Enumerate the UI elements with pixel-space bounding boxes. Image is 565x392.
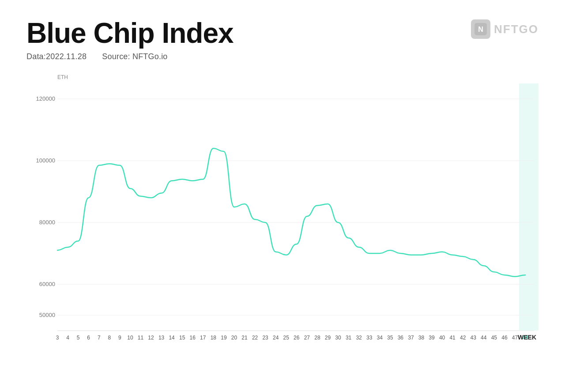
- svg-text:42: 42: [460, 335, 466, 341]
- data-date: Data:2022.11.28: [26, 52, 87, 61]
- svg-text:28: 28: [314, 335, 320, 341]
- svg-text:43: 43: [471, 335, 477, 341]
- svg-text:45: 45: [491, 335, 497, 341]
- svg-text:15: 15: [179, 335, 185, 341]
- svg-text:47: 47: [512, 335, 518, 341]
- svg-text:22: 22: [252, 335, 258, 341]
- chart-line: [57, 148, 525, 277]
- svg-text:39: 39: [429, 335, 435, 341]
- logo-icon: N: [471, 19, 490, 39]
- y-label-120000: 120000: [36, 95, 55, 102]
- svg-text:14: 14: [169, 335, 175, 341]
- subtitle: Data:2022.11.28 Source: NFTGo.io: [26, 52, 539, 61]
- svg-text:4: 4: [66, 335, 69, 341]
- y-label-80000: 80000: [39, 219, 55, 226]
- svg-text:40: 40: [439, 335, 445, 341]
- svg-text:24: 24: [273, 335, 279, 341]
- chart-svg: ETH 120000 100000 80000 60000 50000 3456…: [26, 70, 539, 357]
- svg-text:38: 38: [418, 335, 425, 341]
- svg-text:32: 32: [356, 335, 362, 341]
- logo: N NFTGO: [471, 19, 539, 39]
- svg-text:11: 11: [138, 335, 144, 341]
- y-label-100000: 100000: [36, 157, 55, 164]
- svg-text:37: 37: [408, 335, 414, 341]
- page-container: Blue Chip Index Data:2022.11.28 Source: …: [0, 0, 565, 392]
- svg-text:21: 21: [241, 335, 248, 341]
- svg-text:7: 7: [98, 335, 101, 341]
- page-title: Blue Chip Index: [26, 18, 539, 49]
- y-label-60000: 60000: [39, 281, 55, 287]
- svg-text:10: 10: [127, 335, 133, 341]
- svg-text:16: 16: [190, 335, 196, 341]
- svg-text:34: 34: [377, 335, 383, 341]
- logo-text: NFTGO: [494, 23, 539, 36]
- svg-text:25: 25: [283, 335, 290, 341]
- svg-text:N: N: [478, 26, 483, 33]
- svg-text:33: 33: [366, 335, 373, 341]
- svg-text:31: 31: [346, 335, 352, 341]
- svg-text:3: 3: [56, 335, 59, 341]
- svg-text:23: 23: [262, 335, 268, 341]
- svg-text:44: 44: [481, 335, 487, 341]
- svg-text:5: 5: [77, 335, 80, 341]
- svg-text:12: 12: [148, 335, 154, 341]
- svg-text:18: 18: [211, 335, 217, 341]
- header: Blue Chip Index Data:2022.11.28 Source: …: [26, 18, 539, 61]
- svg-text:35: 35: [387, 335, 393, 341]
- svg-text:20: 20: [231, 335, 237, 341]
- svg-text:26: 26: [294, 335, 300, 341]
- highlight-region: [519, 83, 539, 331]
- svg-text:27: 27: [304, 335, 310, 341]
- svg-text:8: 8: [108, 335, 111, 341]
- x-axis-labels: 3456789101112131415161718192021222324252…: [56, 335, 528, 341]
- y-axis-unit: ETH: [57, 74, 68, 80]
- svg-text:46: 46: [501, 335, 508, 341]
- svg-text:41: 41: [449, 335, 456, 341]
- svg-text:9: 9: [118, 335, 121, 341]
- svg-text:6: 6: [87, 335, 90, 341]
- y-label-50000: 50000: [39, 312, 55, 318]
- week-axis-label: WEEK: [518, 334, 536, 341]
- chart-area: ETH 120000 100000 80000 60000 50000 3456…: [26, 70, 539, 357]
- svg-text:36: 36: [398, 335, 404, 341]
- svg-text:30: 30: [335, 335, 341, 341]
- svg-text:13: 13: [158, 335, 165, 341]
- source: Source: NFTGo.io: [102, 52, 167, 61]
- svg-text:29: 29: [325, 335, 331, 341]
- svg-text:19: 19: [221, 335, 227, 341]
- svg-text:17: 17: [200, 335, 206, 341]
